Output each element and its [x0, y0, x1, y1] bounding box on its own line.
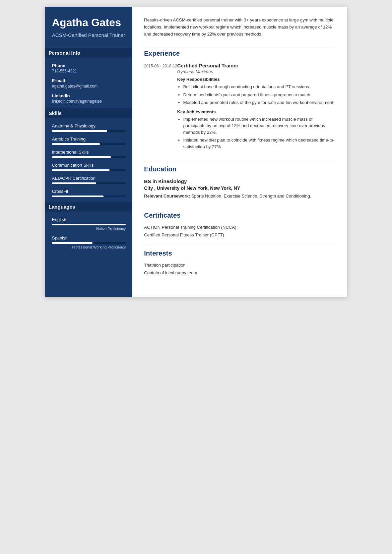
experience-list: 2015-06 - 2018-12 Certified Personal Tra… [144, 63, 335, 153]
certificate-item: Certified Personal Fitness Trainer (CPFT… [144, 232, 335, 237]
education-item: BS in Kinesiology City , University of N… [144, 178, 335, 200]
skill-item: Aerobics Training [52, 136, 126, 145]
candidate-title: ACSM-Certified Personal Trainer [52, 32, 126, 39]
exp-achievements-label: Key Achievements [177, 109, 335, 114]
education-section: Education BS in Kinesiology City , Unive… [144, 165, 335, 200]
certificates-heading: Certificates [144, 212, 335, 219]
linkedin-label: LinkedIn [52, 93, 126, 98]
edu-school: City , University of New York, New York,… [144, 185, 335, 191]
skill-bar-bg [52, 196, 126, 197]
summary-text: Results-driven ACSM-certified personal t… [144, 17, 335, 38]
skill-item: AED/CPR Certification [52, 176, 126, 184]
certificates-list: ACTION Personal Training Certification (… [144, 225, 335, 237]
skill-name: Communication Skills [52, 163, 126, 168]
certificates-divider [144, 208, 335, 208]
interest-item: Captain of local rugby team [144, 270, 335, 275]
language-proficiency: Professional Working Proficiency [52, 245, 126, 249]
skill-name: AED/CPR Certification [52, 176, 126, 181]
edu-degree: BS in Kinesiology [144, 178, 335, 184]
language-item: English Native Proficiency [52, 217, 126, 231]
skill-bar-fill [52, 169, 110, 171]
skill-name: CrossFit [52, 189, 126, 194]
skill-bar-fill [52, 156, 111, 158]
achievement-item: Initiated new diet plan to coincide with… [183, 137, 335, 150]
certificate-item: ACTION Personal Training Certification (… [144, 225, 335, 230]
language-bar-bg [52, 224, 126, 225]
skill-name: Aerobics Training [52, 136, 126, 142]
resume-container: Agatha Gates ACSM-Certified Personal Tra… [45, 7, 347, 297]
personal-info-heading: Personal Info [45, 48, 132, 58]
exp-company: Gyminus Maximus [177, 69, 335, 74]
linkedin-value: linkedin.com/in/agathagates [52, 99, 126, 104]
skill-bar-fill [52, 182, 96, 184]
languages-list: English Native Proficiency Spanish Profe… [52, 217, 126, 249]
skill-bar-fill [52, 196, 104, 197]
email-value: agatha.gates@gmail.com [52, 84, 126, 89]
phone-info: Phone 718-555-4321 [52, 63, 126, 73]
responsibilities-list: Built client base through conducting ori… [177, 84, 335, 106]
language-bar-fill [52, 224, 126, 225]
education-divider [144, 162, 335, 162]
skill-bar-fill [52, 130, 107, 132]
skills-list: Anatomy & Physiology Aerobics Training I… [52, 123, 126, 197]
skills-heading: Skills [45, 108, 132, 118]
sidebar: Agatha Gates ACSM-Certified Personal Tra… [45, 7, 132, 297]
experience-divider [144, 46, 335, 46]
interest-item: Triathlon participation [144, 263, 335, 268]
main-content: Results-driven ACSM-certified personal t… [132, 7, 347, 297]
skill-bar-bg [52, 130, 126, 132]
education-heading: Education [144, 165, 335, 173]
experience-heading: Experience [144, 50, 335, 57]
language-item: Spanish Professional Working Proficiency [52, 235, 126, 249]
language-bar-fill [52, 242, 92, 244]
experience-item: 2015-06 - 2018-12 Certified Personal Tra… [144, 63, 335, 153]
experience-section: Experience 2015-06 - 2018-12 Certified P… [144, 50, 335, 153]
interests-divider [144, 246, 335, 246]
exp-job-title: Certified Personal Trainer [177, 63, 335, 68]
skill-name: Interpersonal Skills [52, 150, 126, 155]
achievements-list: Implemented new workout routine which in… [177, 116, 335, 150]
language-name: English [52, 217, 126, 222]
interests-list: Triathlon participationCaptain of local … [144, 263, 335, 275]
responsibility-item: Determined clients' goals and prepared f… [183, 92, 335, 98]
skill-bar-bg [52, 156, 126, 158]
edu-coursework: Relevant Coursework: Sports Nutrition, E… [144, 193, 335, 200]
email-info: E-mail agatha.gates@gmail.com [52, 78, 126, 89]
exp-dates: 2015-06 - 2018-12 [144, 63, 177, 153]
candidate-name: Agatha Gates [52, 17, 126, 29]
skill-bar-bg [52, 182, 126, 184]
interests-heading: Interests [144, 250, 335, 257]
language-name: Spanish [52, 235, 126, 240]
skill-bar-fill [52, 143, 100, 145]
skill-bar-bg [52, 169, 126, 171]
skill-name: Anatomy & Physiology [52, 123, 126, 128]
interests-section: Interests Triathlon participationCaptain… [144, 250, 335, 275]
language-proficiency: Native Proficiency [52, 227, 126, 231]
education-list: BS in Kinesiology City , University of N… [144, 178, 335, 200]
linkedin-info: LinkedIn linkedin.com/in/agathagates [52, 93, 126, 104]
email-label: E-mail [52, 78, 126, 83]
phone-label: Phone [52, 63, 126, 68]
skill-item: CrossFit [52, 189, 126, 197]
exp-responsibilities-label: Key Responsibilities [177, 77, 335, 82]
responsibility-item: Modeled and promoted rules of the gym fo… [183, 99, 335, 106]
skill-item: Anatomy & Physiology [52, 123, 126, 132]
skill-item: Interpersonal Skills [52, 150, 126, 158]
phone-value: 718-555-4321 [52, 69, 126, 73]
languages-heading: Languages [45, 202, 132, 212]
responsibility-item: Built client base through conducting ori… [183, 84, 335, 90]
language-bar-bg [52, 242, 126, 244]
certificates-section: Certificates ACTION Personal Training Ce… [144, 212, 335, 237]
exp-content: Certified Personal Trainer Gyminus Maxim… [177, 63, 335, 153]
skill-bar-bg [52, 143, 126, 145]
achievement-item: Implemented new workout routine which in… [183, 116, 335, 136]
skill-item: Communication Skills [52, 163, 126, 171]
